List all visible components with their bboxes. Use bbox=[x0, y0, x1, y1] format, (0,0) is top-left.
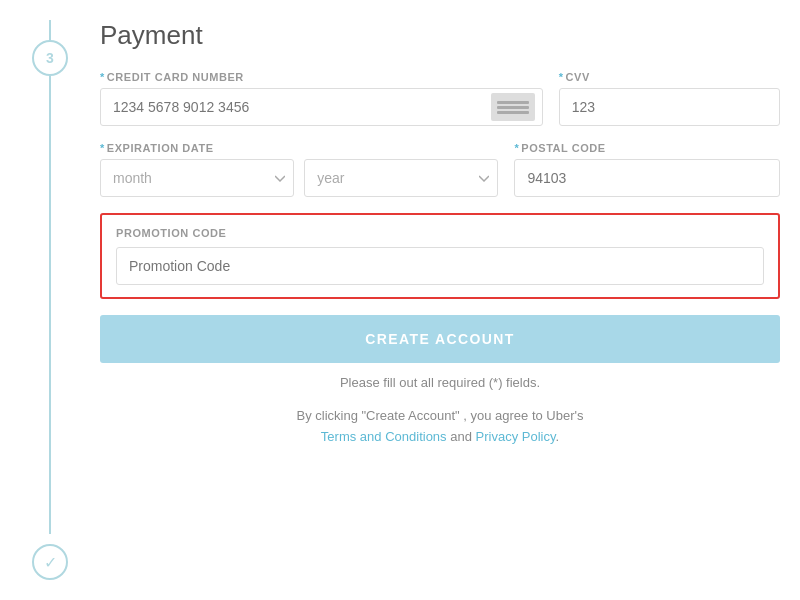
terms-line1: By clicking "Create Account" , you agree… bbox=[296, 408, 583, 423]
expiration-field-group: *EXPIRATION DATE month 01 02 03 04 05 06… bbox=[100, 142, 498, 197]
required-star-postal: * bbox=[514, 142, 519, 154]
payment-form-container: Payment *CREDIT CARD NUMBER bbox=[100, 20, 800, 580]
cvv-field-group: *CVV bbox=[559, 71, 780, 126]
credit-card-label: *CREDIT CARD NUMBER bbox=[100, 71, 543, 83]
month-select[interactable]: month 01 02 03 04 05 06 07 08 09 10 11 bbox=[100, 159, 294, 197]
credit-card-input-wrapper bbox=[100, 88, 543, 126]
credit-card-field-group: *CREDIT CARD NUMBER bbox=[100, 71, 543, 126]
card-icon-line-1 bbox=[497, 101, 529, 104]
postal-code-input[interactable] bbox=[514, 159, 780, 197]
card-icon-line-2 bbox=[497, 106, 529, 109]
terms-period: . bbox=[556, 429, 560, 444]
terms-and: and bbox=[450, 429, 472, 444]
terms-link-1[interactable]: Terms and Conditions bbox=[321, 429, 447, 444]
credit-card-input[interactable] bbox=[100, 88, 543, 126]
promotion-code-input[interactable] bbox=[116, 247, 764, 285]
card-cvv-row: *CREDIT CARD NUMBER *CVV bbox=[100, 71, 780, 126]
required-star-cvv: * bbox=[559, 71, 564, 83]
terms-text: By clicking "Create Account" , you agree… bbox=[100, 406, 780, 448]
expiration-label: *EXPIRATION DATE bbox=[100, 142, 498, 154]
page-title: Payment bbox=[100, 20, 780, 51]
step-check: ✓ bbox=[32, 544, 68, 580]
cvv-input[interactable] bbox=[559, 88, 780, 126]
create-account-button[interactable]: CREATE ACCOUNT bbox=[100, 315, 780, 363]
promotion-label: PROMOTION CODE bbox=[116, 227, 764, 239]
year-select[interactable]: year 2024 2025 2026 2027 2028 2029 2030 bbox=[304, 159, 498, 197]
month-select-wrapper: month 01 02 03 04 05 06 07 08 09 10 11 bbox=[100, 159, 294, 197]
step-number: 3 bbox=[32, 40, 68, 76]
required-notice: Please fill out all required (*) fields. bbox=[100, 375, 780, 390]
required-star-exp: * bbox=[100, 142, 105, 154]
required-star-card: * bbox=[100, 71, 105, 83]
expiry-postal-row: *EXPIRATION DATE month 01 02 03 04 05 06… bbox=[100, 142, 780, 197]
card-icon bbox=[491, 93, 535, 121]
stepper: 3 ✓ bbox=[0, 20, 100, 580]
year-select-wrapper: year 2024 2025 2026 2027 2028 2029 2030 bbox=[304, 159, 498, 197]
postal-code-field-group: *POSTAL CODE bbox=[514, 142, 780, 197]
card-icon-lines bbox=[497, 101, 529, 114]
postal-code-label: *POSTAL CODE bbox=[514, 142, 780, 154]
check-icon: ✓ bbox=[44, 553, 57, 572]
expiration-selects: month 01 02 03 04 05 06 07 08 09 10 11 bbox=[100, 159, 498, 197]
promotion-code-section: PROMOTION CODE bbox=[100, 213, 780, 299]
cvv-label: *CVV bbox=[559, 71, 780, 83]
card-icon-line-3 bbox=[497, 111, 529, 114]
terms-link-2[interactable]: Privacy Policy bbox=[476, 429, 556, 444]
